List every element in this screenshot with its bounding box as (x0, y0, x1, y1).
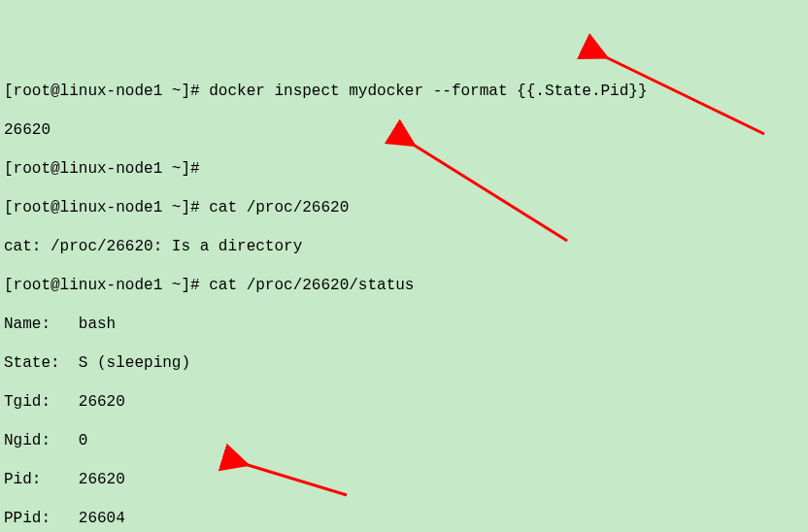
svg-line-3 (412, 144, 567, 241)
command-docker-inspect: [root@linux-node1 ~]# docker inspect myd… (4, 82, 804, 101)
status-ppid: PPid: 26604 (4, 509, 804, 528)
prompt-empty: [root@linux-node1 ~]# (4, 159, 804, 179)
status-ngid: Ngid: 0 (4, 431, 804, 450)
status-name: Name: bash (4, 315, 804, 334)
status-tgid: Tgid: 26620 (4, 392, 804, 412)
command-cat-status: [root@linux-node1 ~]# cat /proc/26620/st… (4, 276, 804, 295)
status-state: State: S (sleeping) (4, 353, 804, 373)
output-directory-error: cat: /proc/26620: Is a directory (4, 237, 804, 256)
status-pid: Pid: 26620 (4, 470, 804, 489)
output-pid: 26620 (4, 120, 804, 140)
command-cat-proc: [root@linux-node1 ~]# cat /proc/26620 (4, 198, 804, 217)
